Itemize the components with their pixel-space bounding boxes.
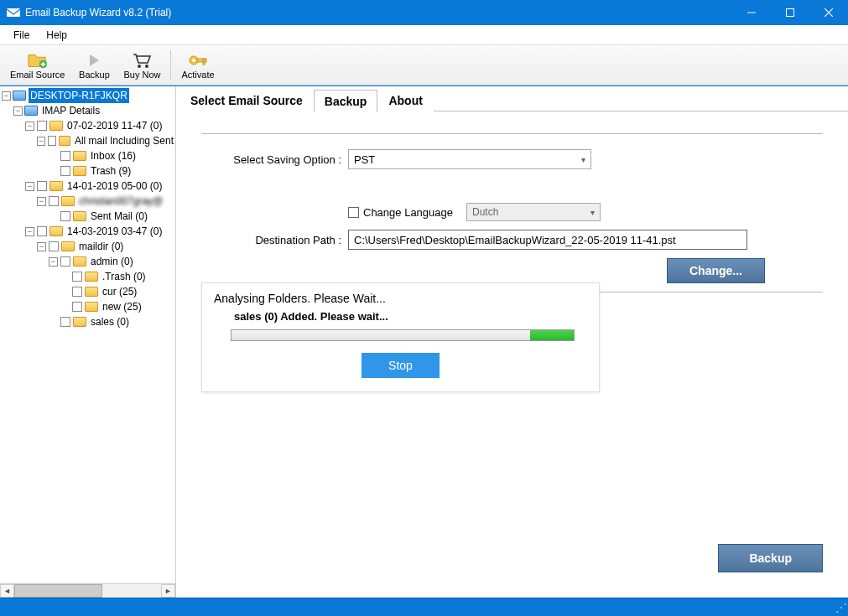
collapse-icon[interactable]: − xyxy=(25,122,34,131)
menubar: File Help xyxy=(0,25,848,45)
tree-maildir[interactable]: − maildir (0) xyxy=(37,239,175,254)
collapse-icon[interactable]: − xyxy=(2,91,11,101)
progress-fill xyxy=(530,330,574,340)
checkbox[interactable] xyxy=(37,121,47,131)
checkbox[interactable] xyxy=(72,287,82,297)
tree-new[interactable]: new (25) xyxy=(60,299,175,314)
change-row: Change... xyxy=(201,258,823,283)
chevron-down-icon: ▾ xyxy=(581,155,585,164)
tree-admin[interactable]: − admin (0) xyxy=(49,254,175,269)
progress-title: Analysing Folders. Please Wait... xyxy=(214,292,587,305)
tree-date-folder[interactable]: − 14-01-2019 05-00 (0) xyxy=(25,179,175,194)
trash-icon xyxy=(73,166,86,176)
chevron-down-icon: ▾ xyxy=(590,208,595,217)
cart-icon xyxy=(132,51,152,70)
tree-trash2[interactable]: .Trash (0) xyxy=(60,269,175,284)
collapse-icon[interactable]: − xyxy=(37,137,45,146)
collapse-icon[interactable]: − xyxy=(37,197,46,206)
horizontal-scrollbar[interactable]: ◄ ► xyxy=(0,583,175,598)
folder-icon xyxy=(61,196,75,206)
svg-point-9 xyxy=(145,65,148,68)
checkbox[interactable] xyxy=(37,181,47,191)
menu-help[interactable]: Help xyxy=(38,27,75,44)
resize-grip-icon[interactable]: ⋰ xyxy=(835,603,845,612)
change-button[interactable]: Change... xyxy=(667,258,765,283)
tree-root[interactable]: − DESKTOP-R1FJKQR xyxy=(2,88,175,103)
svg-rect-2 xyxy=(787,9,794,17)
collapse-icon[interactable]: − xyxy=(25,182,34,191)
backup-tab-body: Select Saving Option : PST ▾ Change Lang… xyxy=(176,111,848,598)
tab-backup[interactable]: Backup xyxy=(314,90,378,112)
checkbox[interactable] xyxy=(48,136,56,146)
tab-about[interactable]: About xyxy=(377,89,433,111)
tool-backup[interactable]: Backup xyxy=(71,47,117,83)
tab-select-source[interactable]: Select Email Source xyxy=(179,89,314,111)
saving-option-select[interactable]: PST ▾ xyxy=(348,149,591,169)
checkbox[interactable] xyxy=(60,166,70,176)
scroll-left-icon[interactable]: ◄ xyxy=(0,584,14,598)
folder-icon xyxy=(73,317,86,327)
tool-buy-now[interactable]: Buy Now xyxy=(117,47,167,83)
collapse-icon[interactable]: − xyxy=(49,257,58,267)
scroll-right-icon[interactable]: ► xyxy=(161,584,175,598)
checkbox[interactable] xyxy=(60,317,70,327)
minimize-button[interactable] xyxy=(732,0,771,25)
tree-sales[interactable]: sales (0) xyxy=(49,314,175,329)
checkbox[interactable] xyxy=(72,272,82,282)
scroll-thumb[interactable] xyxy=(14,584,102,598)
progress-subtitle: sales (0) Added. Please wait... xyxy=(214,310,587,323)
bottom-actions: Backup xyxy=(718,544,823,572)
tool-email-source[interactable]: Email Source xyxy=(3,47,71,83)
destination-label: Destination Path : xyxy=(201,234,348,246)
tree-date-folder[interactable]: − 14-03-2019 03-47 (0) xyxy=(25,224,175,239)
change-language-label: Change Language xyxy=(363,206,453,219)
toolbar-separator xyxy=(170,50,171,80)
play-icon xyxy=(84,51,104,70)
scroll-track[interactable] xyxy=(14,584,161,598)
collapse-icon[interactable]: − xyxy=(37,242,46,251)
backup-button[interactable]: Backup xyxy=(718,544,823,572)
checkbox[interactable] xyxy=(37,226,47,236)
stop-button[interactable]: Stop xyxy=(362,353,440,378)
checkbox[interactable] xyxy=(60,256,70,267)
tool-label: Activate xyxy=(181,70,214,80)
tree-cur[interactable]: cur (25) xyxy=(60,284,175,299)
folder-tree: − DESKTOP-R1FJKQR − IMAP Details − 07-02… xyxy=(0,86,175,331)
titlebar: Email Backup Wizard v8.2 (Trial) xyxy=(0,0,848,25)
language-select[interactable]: Dutch ▾ xyxy=(466,203,601,221)
folder-icon xyxy=(59,136,70,146)
svg-rect-0 xyxy=(7,8,20,17)
checkbox[interactable] xyxy=(49,196,59,206)
folder-icon xyxy=(49,121,63,131)
change-language-checkbox[interactable]: Change Language xyxy=(348,206,453,219)
maximize-button[interactable] xyxy=(771,0,809,25)
checkbox[interactable] xyxy=(49,241,59,251)
tool-activate[interactable]: Activate xyxy=(174,47,221,83)
tree-inbox[interactable]: Inbox (16) xyxy=(49,148,175,163)
tree-trash[interactable]: Trash (9) xyxy=(49,163,175,179)
checkbox[interactable] xyxy=(72,302,82,312)
folder-icon xyxy=(85,302,98,312)
tree-email-folder[interactable]: − christian007gray@ xyxy=(37,194,175,209)
checkbox-icon[interactable] xyxy=(348,207,359,218)
close-button[interactable] xyxy=(809,0,848,25)
folder-icon xyxy=(85,287,98,297)
folder-icon xyxy=(73,256,86,267)
destination-input[interactable] xyxy=(348,230,747,250)
tree-allmail[interactable]: − All mail Including Sent xyxy=(37,133,175,148)
tree-sentmail[interactable]: Sent Mail (0) xyxy=(49,209,175,224)
tree-imap[interactable]: − IMAP Details xyxy=(13,103,175,118)
svg-point-8 xyxy=(138,65,141,68)
svg-rect-13 xyxy=(203,59,205,65)
window-controls xyxy=(732,0,848,25)
statusbar: ⋰ xyxy=(0,598,848,616)
checkbox[interactable] xyxy=(60,151,70,161)
progress-bar xyxy=(231,329,575,341)
toolbar: Email Source Backup Buy Now Activate xyxy=(0,45,848,85)
menu-file[interactable]: File xyxy=(5,27,38,44)
language-row: Change Language Dutch ▾ xyxy=(201,203,823,221)
tree-date-folder[interactable]: − 07-02-2019 11-47 (0) xyxy=(25,118,175,133)
checkbox[interactable] xyxy=(60,211,70,221)
collapse-icon[interactable]: − xyxy=(25,227,34,236)
collapse-icon[interactable]: − xyxy=(13,106,23,116)
